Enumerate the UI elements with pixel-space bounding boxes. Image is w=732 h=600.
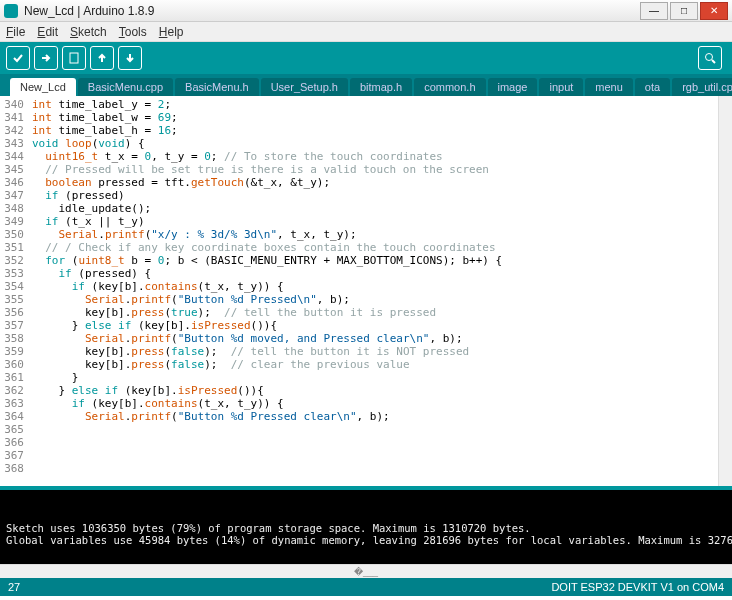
upload-button[interactable]	[34, 46, 58, 70]
tab-bitmap-h[interactable]: bitmap.h	[350, 78, 412, 96]
tabbar: New_LcdBasicMenu.cppBasicMenu.hUser_Setu…	[0, 74, 732, 96]
tab-input[interactable]: input	[539, 78, 583, 96]
svg-point-1	[706, 54, 713, 61]
maximize-button[interactable]: □	[670, 2, 698, 20]
toolbar	[0, 42, 732, 74]
status-line-number: 27	[8, 581, 20, 593]
tab-new_lcd[interactable]: New_Lcd	[10, 78, 76, 96]
menu-tools[interactable]: Tools	[119, 25, 147, 39]
code-area[interactable]: int time_label_y = 2;int time_label_w = …	[28, 96, 718, 486]
serial-monitor-button[interactable]	[698, 46, 722, 70]
menu-edit[interactable]: Edit	[37, 25, 58, 39]
app-icon	[4, 4, 18, 18]
tab-image[interactable]: image	[488, 78, 538, 96]
window-title: New_Lcd | Arduino 1.8.9	[24, 4, 638, 18]
tab-menu[interactable]: menu	[585, 78, 633, 96]
console-line: Sketch uses 1036350 bytes (79%) of progr…	[6, 522, 726, 534]
line-gutter: 3403413423433443453463473483493503513523…	[0, 96, 28, 486]
save-button[interactable]	[118, 46, 142, 70]
editor: 3403413423433443453463473483493503513523…	[0, 96, 732, 486]
minimize-button[interactable]: —	[640, 2, 668, 20]
tab-user_setup-h[interactable]: User_Setup.h	[261, 78, 348, 96]
menu-sketch[interactable]: Sketch	[70, 25, 107, 39]
file-icon	[69, 52, 79, 64]
window-controls: — □ ✕	[638, 2, 728, 20]
menu-help[interactable]: Help	[159, 25, 184, 39]
titlebar: New_Lcd | Arduino 1.8.9 — □ ✕	[0, 0, 732, 22]
menubar: File Edit Sketch Tools Help	[0, 22, 732, 42]
magnifier-icon	[704, 52, 716, 64]
console-line: Global variables use 45984 bytes (14%) o…	[6, 534, 726, 546]
console[interactable]: Sketch uses 1036350 bytes (79%) of progr…	[0, 490, 732, 564]
svg-rect-0	[70, 53, 78, 63]
close-button[interactable]: ✕	[700, 2, 728, 20]
tab-common-h[interactable]: common.h	[414, 78, 485, 96]
menu-file[interactable]: File	[6, 25, 25, 39]
arrow-up-icon	[96, 52, 108, 64]
vertical-scrollbar[interactable]	[718, 96, 732, 486]
new-button[interactable]	[62, 46, 86, 70]
verify-button[interactable]	[6, 46, 30, 70]
open-button[interactable]	[90, 46, 114, 70]
check-icon	[12, 52, 24, 64]
arrow-right-icon	[40, 52, 52, 64]
tab-rgb_util-cpp[interactable]: rgb_util.cpp	[672, 78, 732, 96]
status-board: DOIT ESP32 DEVKIT V1 on COM4	[551, 581, 724, 593]
tab-basicmenu-h[interactable]: BasicMenu.h	[175, 78, 259, 96]
statusbar: 27 DOIT ESP32 DEVKIT V1 on COM4	[0, 578, 732, 596]
tab-ota[interactable]: ota	[635, 78, 670, 96]
arrow-down-icon	[124, 52, 136, 64]
tab-basicmenu-cpp[interactable]: BasicMenu.cpp	[78, 78, 173, 96]
horizontal-scrollbar[interactable]: �___	[0, 564, 732, 578]
